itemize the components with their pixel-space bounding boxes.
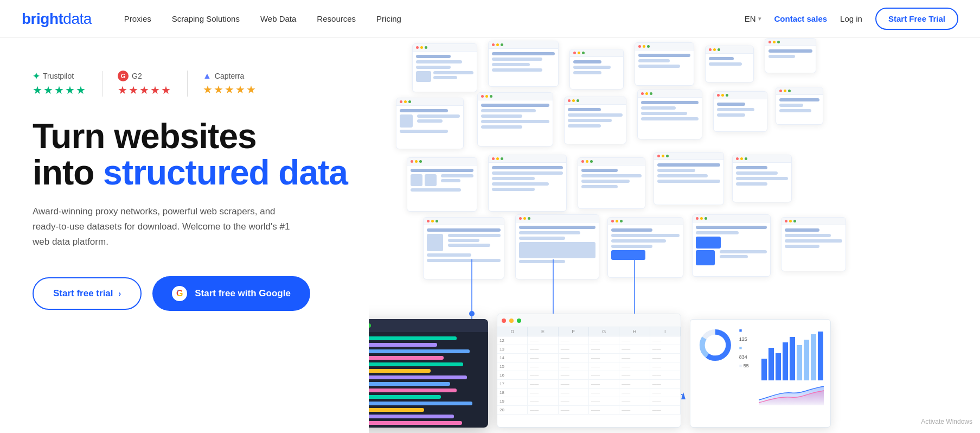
language-selector[interactable]: EN ▾ — [745, 14, 761, 23]
table-row: 16—————————— — [497, 371, 681, 380]
table-row: 18—————————— — [497, 389, 681, 397]
g2-rating: G G2 ★★★★★ — [118, 71, 188, 97]
contact-sales-link[interactable]: Contact sales — [774, 14, 828, 23]
google-logo: G — [172, 286, 187, 301]
svg-rect-12 — [761, 359, 767, 380]
ratings-row: ✦ Trustpilot ★★★★★ G G2 ★★★★★ ▲ Capterra… — [33, 71, 369, 97]
google-g-icon: G — [176, 289, 183, 298]
svg-rect-20 — [818, 332, 823, 380]
bar-chart — [759, 326, 824, 380]
browser-card-3 — [569, 49, 624, 90]
svg-rect-18 — [804, 340, 809, 380]
spreadsheet-rows: 12—————————— 13—————————— 14—————————— 1… — [497, 336, 681, 415]
hero-line1: Turn websites — [33, 117, 257, 156]
hero-left: ✦ Trustpilot ★★★★★ G G2 ★★★★★ ▲ Capterra… — [0, 38, 369, 433]
browser-card-2 — [488, 41, 559, 87]
arrow-right-icon: › — [119, 289, 121, 298]
logo[interactable]: brightdata — [22, 10, 92, 28]
col-f: F — [559, 327, 589, 336]
term-max-dot — [369, 323, 371, 328]
spreadsheet-col-headers: D E F G H I — [497, 327, 681, 336]
hero-heading: Turn websites into structured data — [33, 118, 369, 191]
browser-card-6 — [765, 38, 816, 73]
trustpilot-brand: ✦ Trustpilot — [33, 71, 74, 81]
nav-link-scraping[interactable]: Scraping Solutions — [172, 14, 240, 23]
browser-cards-area — [369, 38, 980, 292]
browser-card-5 — [705, 46, 754, 82]
navbar: brightdata Proxies Scraping Solutions We… — [0, 0, 980, 38]
col-h: H — [619, 327, 650, 336]
nav-links: Proxies Scraping Solutions Web Data Reso… — [124, 14, 745, 23]
svg-rect-15 — [783, 342, 788, 380]
browser-card-7 — [396, 98, 464, 149]
browser-card-21 — [692, 214, 771, 277]
capterra-stars: ★★★★★ — [203, 83, 257, 96]
nav-link-pricing[interactable]: Pricing — [376, 14, 401, 23]
svg-rect-19 — [811, 334, 816, 380]
bottom-visuals: D E F G H I 12—————————— 13—————————— 14… — [369, 303, 980, 428]
table-row: 13—————————— — [497, 345, 681, 354]
google-button-label: Start free with Google — [195, 288, 291, 299]
table-row: 15—————————— — [497, 362, 681, 371]
chevron-down-icon: ▾ — [758, 15, 761, 22]
terminal-bar — [369, 319, 488, 332]
capterra-label: Capterra — [215, 72, 244, 80]
browser-card-4 — [635, 42, 694, 86]
table-row: 17—————————— — [497, 380, 681, 389]
cta-buttons: Start free trial › G Start free with Goo… — [33, 276, 369, 311]
spreadsheet-window: D E F G H I 12—————————— 13—————————— 14… — [497, 314, 681, 428]
hero-illustration: D E F G H I 12—————————— 13—————————— 14… — [369, 38, 980, 433]
g2-icon: G — [118, 71, 129, 81]
g2-brand: G G2 — [118, 71, 142, 81]
col-e: E — [528, 327, 558, 336]
table-row: 12—————————— — [497, 336, 681, 345]
browser-card-8 — [477, 92, 553, 147]
hero-subtext: Award-winning proxy networks, powerful w… — [33, 204, 304, 250]
browser-card-20 — [607, 217, 683, 278]
browser-card-1 — [412, 43, 477, 92]
browser-card-12 — [776, 87, 823, 125]
table-row: 14—————————— — [497, 354, 681, 362]
browser-card-16 — [654, 152, 724, 205]
capterra-brand: ▲ Capterra — [203, 71, 244, 81]
trustpilot-stars: ★★★★★ — [33, 84, 87, 97]
col-i: I — [650, 327, 681, 336]
area-chart — [759, 381, 824, 405]
spreadsheet-header — [497, 314, 681, 327]
nav-link-webdata[interactable]: Web Data — [260, 14, 296, 23]
main-content: ✦ Trustpilot ★★★★★ G G2 ★★★★★ ▲ Capterra… — [0, 38, 980, 433]
browser-card-10 — [637, 90, 702, 139]
activate-watermark: Activate Windows — [921, 418, 972, 425]
terminal-window — [369, 319, 488, 428]
google-signin-button[interactable]: G Start free with Google — [152, 276, 310, 311]
donut-chart — [697, 326, 734, 364]
trial-button-label: Start free trial — [53, 288, 113, 299]
trustpilot-icon: ✦ — [33, 71, 40, 81]
col-g: G — [589, 327, 619, 336]
svg-rect-13 — [768, 348, 774, 380]
browser-card-9 — [564, 97, 626, 144]
logo-bright: bright — [22, 10, 63, 28]
g2-label: G2 — [132, 72, 142, 80]
browser-card-22 — [781, 217, 846, 271]
logo-data: data — [63, 10, 92, 28]
browser-card-11 — [713, 91, 767, 132]
browser-card-14 — [488, 155, 567, 212]
trustpilot-rating: ✦ Trustpilot ★★★★★ — [33, 71, 103, 97]
hero-line2-highlight: structured data — [103, 153, 348, 192]
svg-rect-14 — [776, 353, 781, 380]
svg-rect-16 — [790, 337, 795, 380]
nav-link-proxies[interactable]: Proxies — [124, 14, 151, 23]
browser-card-18 — [423, 217, 504, 279]
dashboard-window: ■ 125 ■ 834 ■ 55 — [690, 319, 831, 428]
col-d: D — [497, 327, 528, 336]
start-trial-button[interactable]: Start free trial › — [33, 277, 142, 310]
capterra-rating: ▲ Capterra ★★★★★ — [203, 71, 272, 96]
login-link[interactable]: Log in — [840, 14, 862, 23]
nav-right: EN ▾ Contact sales Log in Start Free Tri… — [745, 8, 958, 30]
browser-card-17 — [732, 155, 792, 202]
browser-card-15 — [578, 157, 645, 209]
terminal-body — [369, 332, 488, 428]
nav-link-resources[interactable]: Resources — [317, 14, 356, 23]
nav-trial-button[interactable]: Start Free Trial — [875, 8, 958, 30]
